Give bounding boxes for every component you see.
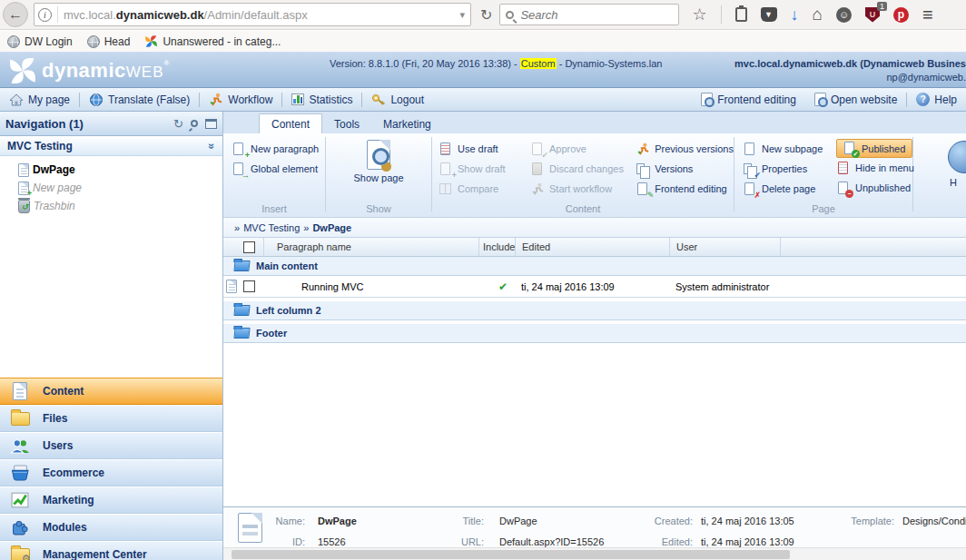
column-header-paragraph-name[interactable]: Paragraph name [263, 238, 478, 256]
properties-button[interactable]: ✔Properties [744, 159, 825, 179]
tab-tools[interactable]: Tools [322, 114, 371, 133]
sidebar-item-content[interactable]: Content [0, 378, 222, 405]
area-header-mvc-testing[interactable]: MVC Testing » [0, 136, 222, 156]
bookmark-head[interactable]: Head [87, 35, 131, 48]
tree-item-new-page[interactable]: + New page [18, 179, 222, 197]
global-element-button[interactable]: → Global element [232, 159, 325, 179]
hide-in-menu-icon [837, 162, 851, 175]
column-header-include[interactable]: Include [478, 238, 515, 256]
menu-translate[interactable]: Translate (False) [80, 93, 199, 107]
section-row-footer[interactable]: Footer [223, 324, 966, 343]
clipped-help-sphere-icon[interactable] [948, 141, 966, 173]
tab-marketing[interactable]: Marketing [371, 114, 443, 133]
bookmark-unanswered[interactable]: Unanswered - in categ... [144, 34, 281, 48]
group-label-page: Page [734, 203, 912, 214]
toolbar-icons: ☆ ▼ ↓ ⌂ ☺ U 1 p ≡ [692, 5, 932, 24]
column-header-edited[interactable]: Edited [515, 238, 669, 256]
menu-label: Frontend editing [717, 93, 796, 106]
menu-help[interactable]: ?Help [907, 93, 966, 106]
delete-page-icon: ✗ [744, 182, 757, 196]
url-dropdown-icon[interactable]: ▾ [458, 9, 467, 21]
globe-icon [7, 35, 20, 48]
search-box[interactable] [499, 4, 679, 25]
sidebar-item-marketing[interactable]: Marketing [0, 486, 222, 514]
table-row-running-mvc[interactable]: Running MVC ✔ ti, 24 maj 2016 13:09 Syst… [223, 276, 966, 298]
ublock-icon[interactable]: U 1 [865, 7, 880, 23]
breadcrumb-parent[interactable]: MVC Testing [243, 222, 300, 233]
x-badge-icon: ✗ [754, 192, 761, 200]
column-header-user[interactable]: User [669, 238, 780, 256]
url-text[interactable]: mvc.local.dynamicweb.dk/Admin/default.as… [64, 8, 458, 22]
button-label: Discard changes [549, 163, 624, 174]
pinterest-icon[interactable]: p [893, 7, 909, 23]
sidebar-item-users[interactable]: Users [0, 432, 222, 459]
chevron-double-icon[interactable]: » [206, 142, 219, 149]
template-value: Designs/Condi [902, 516, 966, 526]
pocket-icon[interactable]: ▼ [761, 7, 777, 22]
horizontal-scrollbar[interactable] [223, 547, 966, 560]
sidebar-item-label: Marketing [43, 494, 94, 506]
url-label: URL: [426, 536, 484, 547]
management-center-icon: ⚙ [9, 545, 31, 560]
bookmark-star-icon[interactable]: ☆ [692, 6, 706, 23]
bookmark-label: Unanswered - in categ... [163, 35, 281, 48]
tab-content[interactable]: Content [259, 113, 322, 133]
globe-icon [87, 35, 100, 48]
button-label: Compare [458, 183, 498, 194]
menu-logout[interactable]: Logout [362, 93, 433, 107]
section-row-main-content[interactable]: Main content [223, 257, 966, 276]
versions-button[interactable]: Versions [636, 159, 734, 179]
sidebar-item-ecommerce[interactable]: Ecommerce [0, 459, 222, 486]
previous-versions-button[interactable]: Previous versions [636, 139, 734, 159]
use-draft-button[interactable]: Use draft [439, 139, 518, 159]
row-checkbox[interactable] [243, 280, 255, 292]
home-icon[interactable]: ⌂ [813, 6, 823, 23]
section-title: Left column 2 [256, 305, 321, 316]
select-all-checkbox[interactable] [243, 241, 255, 253]
new-subpage-icon [744, 142, 757, 156]
back-button[interactable]: ← [3, 2, 28, 27]
delete-page-button[interactable]: ✗Delete page [744, 179, 825, 199]
frontend-editing-button[interactable]: ✎Frontend editing [636, 179, 734, 199]
search-icon [506, 11, 514, 19]
clipboard-icon[interactable] [735, 7, 747, 22]
tree-item-dwpage[interactable]: DwPage [18, 161, 222, 179]
menu-open-website[interactable]: Open website [805, 93, 906, 106]
scrollbar-thumb[interactable] [232, 550, 790, 559]
bookmark-dw-login[interactable]: DW Login [7, 35, 73, 48]
new-subpage-button[interactable]: New subpage [744, 139, 825, 159]
key-icon [371, 93, 386, 107]
published-button[interactable]: ✔Published [836, 139, 912, 158]
hide-in-menu-button[interactable]: Hide in menu [836, 158, 912, 178]
search-input[interactable] [520, 8, 656, 22]
site-info-icon[interactable]: i [38, 8, 52, 22]
show-page-button[interactable]: Show page [326, 140, 431, 183]
statistics-chart-icon [291, 93, 304, 105]
tree-item-trashbin[interactable]: ↺ Trashbin [18, 197, 222, 215]
button-label: Versions [655, 163, 693, 174]
menu-my-page[interactable]: My page [0, 93, 79, 107]
sidebar-item-modules[interactable]: Modules [0, 514, 222, 541]
refresh-icon[interactable]: ↻ [173, 117, 183, 131]
breadcrumb-separator: » [234, 222, 240, 233]
section-row-left-column-2[interactable]: Left column 2 [223, 301, 966, 320]
user-email: np@dynamicweb. [734, 71, 966, 84]
button-label: Start workflow [549, 183, 612, 194]
address-bar[interactable]: i mvc.local.dynamicweb.dk/Admin/default.… [34, 3, 471, 26]
search-tree-icon[interactable] [191, 120, 198, 127]
reload-icon[interactable]: ↻ [480, 6, 492, 24]
sidebar-item-management-center[interactable]: ⚙ Management Center [0, 541, 222, 560]
help-icon: ? [916, 93, 930, 106]
paragraph-name[interactable]: Running MVC [263, 276, 478, 297]
new-paragraph-button[interactable]: + New paragraph [232, 139, 325, 159]
menu-icon[interactable]: ≡ [922, 6, 933, 23]
panel-toggle-icon[interactable] [205, 119, 217, 129]
sidebar-item-files[interactable]: Files [0, 405, 222, 432]
menu-statistics[interactable]: Statistics [282, 93, 361, 106]
menu-frontend-editing[interactable]: Frontend editing [692, 93, 805, 106]
feedback-icon[interactable]: ☺ [836, 7, 852, 23]
downloads-icon[interactable]: ↓ [791, 6, 799, 23]
plus-badge-icon: + [27, 190, 32, 198]
menu-workflow[interactable]: Workflow [200, 93, 281, 107]
unpublished-button[interactable]: −Unpublished [836, 178, 912, 198]
